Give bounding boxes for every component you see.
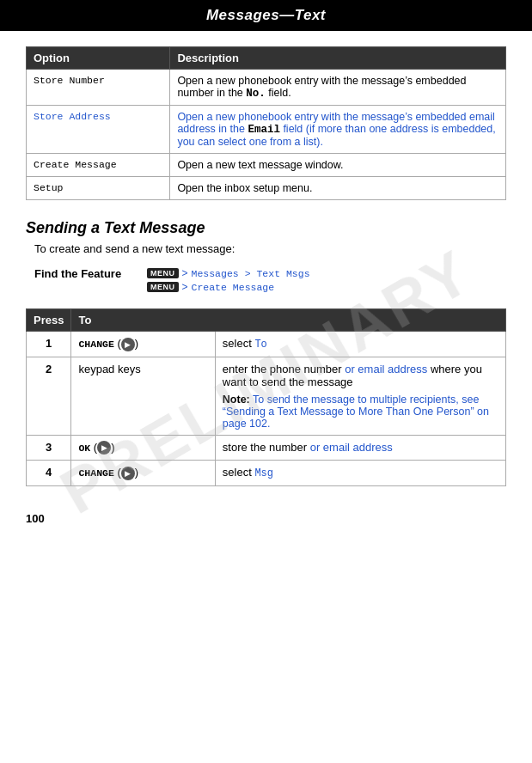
arrow-1: > (182, 267, 188, 279)
to-code-4: Msg (254, 467, 273, 479)
description-cell: Open a new phonebook entry with the mess… (170, 70, 506, 106)
description-cell: Open the inbox setup menu. (170, 177, 506, 200)
table-row: 1 CHANGE (▶) select To (27, 332, 506, 357)
table-row: Setup Open the inbox setup menu. (27, 177, 506, 200)
step-number: 3 (27, 435, 71, 461)
to-col-header: To (71, 309, 506, 332)
page-number: 100 (0, 504, 532, 534)
table-row: 4 CHANGE (▶) select Msg (27, 461, 506, 486)
section-heading: Sending a Text Message (26, 219, 506, 237)
press-cell: keypad keys (71, 357, 215, 435)
btn-icon-4: ▶ (121, 467, 135, 480)
table-row: Store Address Open a new phonebook entry… (27, 106, 506, 154)
menu-key-2: MENU (147, 282, 179, 292)
find-feature-steps: MENU > Messages > Text Msgs MENU > Creat… (147, 267, 310, 295)
to-cell: store the number or email address (215, 435, 505, 461)
description-cell: Open a new phonebook entry with the mess… (170, 106, 506, 154)
find-feature-block: Find the Feature MENU > Messages > Text … (26, 267, 506, 295)
option-cell: Setup (27, 177, 170, 200)
page-header: Messages—Text (0, 0, 532, 31)
press-table: Press To 1 CHANGE (▶) select To 2 keypad… (26, 308, 506, 486)
table-row: 3 OK (▶) store the number or email addre… (27, 435, 506, 461)
press-cell: CHANGE (▶) (71, 332, 215, 357)
code-email: Email (248, 124, 280, 136)
table-row: Create Message Open a new text message w… (27, 154, 506, 177)
press-code-4: CHANGE (78, 467, 113, 479)
to-cell: select To (215, 332, 505, 357)
to-cell: select Msg (215, 461, 505, 486)
press-code-1: CHANGE (78, 339, 113, 350)
press-code-3: OK (78, 443, 90, 454)
step-number: 2 (27, 357, 71, 435)
to-description: enter the phone number or email address … (223, 363, 498, 388)
code-no: No. (246, 88, 266, 100)
email-link-3: or email address (310, 441, 393, 454)
description-col-header: Description (170, 47, 506, 70)
email-link: or email address (345, 363, 427, 375)
press-col-header: Press (27, 309, 71, 332)
option-cell: Store Number (27, 70, 170, 106)
press-cell: CHANGE (▶) (71, 461, 215, 486)
arrow-2: > (182, 281, 188, 293)
btn-icon-1: ▶ (121, 338, 135, 351)
page-title: Messages—Text (206, 7, 326, 23)
description-cell: Open a new text message window. (170, 154, 506, 177)
find-feature-step-2: MENU > Create Message (147, 281, 310, 293)
option-cell: Create Message (27, 154, 170, 177)
table-row: 2 keypad keys enter the phone number or … (27, 357, 506, 435)
menu-key-1: MENU (147, 268, 179, 278)
option-cell: Store Address (27, 106, 170, 154)
to-code-1: To (254, 339, 266, 351)
main-content: Option Description Store Number Open a n… (0, 31, 532, 504)
find-feature-label: Find the Feature (34, 267, 133, 280)
note-block: Note: To send the message to multiple re… (223, 394, 498, 430)
press-cell: OK (▶) (71, 435, 215, 461)
to-cell: enter the phone number or email address … (215, 357, 505, 435)
step-number: 4 (27, 461, 71, 486)
table-row: Store Number Open a new phonebook entry … (27, 70, 506, 106)
find-feature-step-1: MENU > Messages > Text Msgs (147, 267, 310, 279)
step-number: 1 (27, 332, 71, 357)
option-col-header: Option (27, 47, 170, 70)
section-intro: To create and send a new text message: (26, 242, 506, 255)
note-label: Note: (223, 394, 250, 406)
btn-icon-3: ▶ (97, 441, 111, 455)
path-text-1: Messages > Text Msgs (192, 268, 310, 279)
option-table: Option Description Store Number Open a n… (26, 46, 506, 200)
path-text-2: Create Message (192, 282, 275, 293)
